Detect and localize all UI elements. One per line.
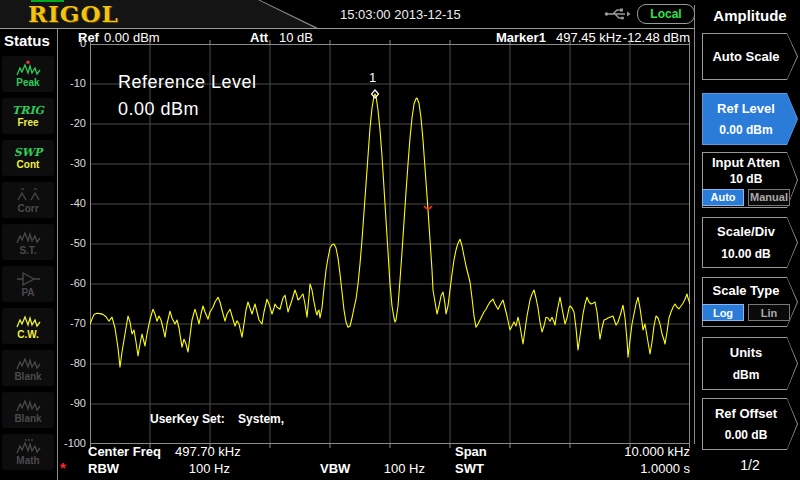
usb-icon	[603, 6, 631, 22]
status-item-label: Free	[17, 117, 38, 128]
softkey-value: dBm	[733, 368, 760, 382]
softkey-content: Ref Offset0.00 dB	[702, 398, 790, 450]
status-item-label: Corr	[17, 203, 38, 214]
local-badge[interactable]: Local	[637, 4, 695, 24]
softkey-value: 10 dB	[730, 172, 763, 186]
menu-button-scale-div[interactable]: Scale/Div10.00 dB	[702, 217, 798, 268]
userkey-message: UserKey Set: System,	[150, 412, 284, 426]
clock: 15:03:00 2013-12-15	[340, 7, 461, 22]
status-item-mode: SWP	[14, 146, 43, 159]
menu-button-scale-type[interactable]: Scale TypeLogLin	[702, 277, 798, 327]
toggle-option-log[interactable]: Log	[702, 304, 744, 321]
analyzer-screen: RIGOL 15:03:00 2013-12-15 Local Status P…	[0, 0, 800, 480]
y-axis-label: -10	[40, 77, 86, 89]
vbw-value: 100 Hz	[360, 461, 425, 476]
wave-icon	[16, 312, 41, 329]
toggle-option-lin[interactable]: Lin	[748, 304, 790, 321]
vbw-label: VBW	[320, 461, 350, 476]
softkey-content: UnitsdBm	[702, 337, 790, 390]
wave-peak-icon	[16, 60, 41, 77]
marker-1-flag: 1	[369, 70, 376, 85]
local-label: Local	[650, 7, 681, 21]
softkey-label: Scale Type	[713, 283, 780, 298]
top-green-line	[31, 0, 64, 2]
swt-value: 1.0000 s	[600, 461, 690, 476]
toggle-option-manual[interactable]: Manual	[748, 189, 790, 206]
status-item-label: Math	[16, 455, 39, 466]
reference-level-annotation: Reference Level	[118, 72, 257, 93]
softkey-content: Ref Level0.00 dBm	[702, 93, 790, 145]
rigol-logo: RIGOL	[28, 0, 119, 27]
status-item-label: Cont	[17, 159, 40, 170]
wave-icon	[16, 354, 41, 371]
swt-label: SWT	[455, 461, 484, 476]
softkey-value: 10.00 dB	[721, 247, 770, 261]
softkey-menu: Amplitude Auto ScaleRef Level0.00 dBmInp…	[700, 0, 800, 480]
y-axis-label: -70	[40, 317, 86, 329]
menu-button-ref-offset[interactable]: Ref Offset0.00 dB	[702, 398, 798, 450]
y-axis-label: -20	[40, 117, 86, 129]
y-axis-label: -90	[40, 397, 86, 409]
softkey-label: Ref Offset	[715, 406, 777, 421]
softkey-label: Input Atten	[712, 155, 780, 170]
y-axis-label: -60	[40, 277, 86, 289]
softkey-toggle: AutoManual	[702, 189, 790, 206]
menu-title: Amplitude	[700, 7, 800, 24]
y-axis-label: -80	[40, 357, 86, 369]
softkey-label: Ref Level	[717, 101, 775, 116]
y-axis-label: -50	[40, 237, 86, 249]
uncal-star: *	[60, 459, 66, 476]
rbw-value: 100 Hz	[150, 461, 230, 476]
center-freq-value: 497.70 kHz	[175, 444, 241, 459]
status-item-label: Peak	[16, 77, 39, 88]
y-axis-label: -100	[40, 437, 86, 449]
softkey-label: Auto Scale	[712, 49, 779, 64]
softkey-content: Scale TypeLogLin	[702, 277, 790, 327]
status-panel: Status PeakTRIGFreeSWPContCorrS.T.PAC.W.…	[0, 29, 57, 480]
wave-icon	[16, 228, 41, 245]
amp-icon	[16, 270, 41, 287]
softkey-value: 0.00 dB	[725, 428, 768, 442]
softkey-toggle: LogLin	[702, 304, 790, 321]
rbw-label: RBW	[88, 461, 119, 476]
softkey-content: Auto Scale	[702, 33, 790, 80]
status-item-label: C.W.	[17, 329, 39, 340]
topbar-separator	[0, 28, 694, 29]
softkey-value: 0.00 dBm	[719, 123, 772, 137]
menu-page-indicator: 1/2	[700, 457, 800, 473]
menu-button-units[interactable]: UnitsdBm	[702, 337, 798, 390]
menu-button-ref-level[interactable]: Ref Level0.00 dBm	[702, 93, 798, 145]
status-item-label: Blank	[14, 413, 41, 424]
status-item-label: PA	[21, 287, 34, 298]
menu-button-input-atten[interactable]: Input Atten10 dBAutoManual	[702, 152, 798, 208]
status-item-label: S.T.	[19, 245, 36, 256]
panel-separator	[694, 5, 695, 444]
softkey-content: Input Atten10 dBAutoManual	[702, 152, 790, 208]
y-axis-label: 0	[40, 37, 86, 49]
y-axis-label: -40	[40, 197, 86, 209]
softkey-label: Units	[730, 345, 763, 360]
span-value: 10.000 kHz	[600, 444, 690, 459]
status-item-mode: TRIG	[12, 104, 44, 117]
status-item-label: Blank	[14, 371, 41, 382]
center-freq-label: Center Freq	[88, 444, 161, 459]
toggle-option-auto[interactable]: Auto	[702, 189, 744, 206]
softkey-content: Scale/Div10.00 dB	[702, 217, 790, 268]
wave-math-icon	[16, 438, 41, 455]
reference-level-value: 0.00 dBm	[118, 99, 199, 120]
wave-corr-icon	[16, 186, 41, 203]
menu-button-auto-scale[interactable]: Auto Scale	[702, 33, 798, 80]
span-label: Span	[455, 444, 487, 459]
status-separator	[57, 29, 58, 480]
wave-icon	[16, 396, 41, 413]
softkey-label: Scale/Div	[717, 224, 775, 239]
y-axis-label: -30	[40, 157, 86, 169]
